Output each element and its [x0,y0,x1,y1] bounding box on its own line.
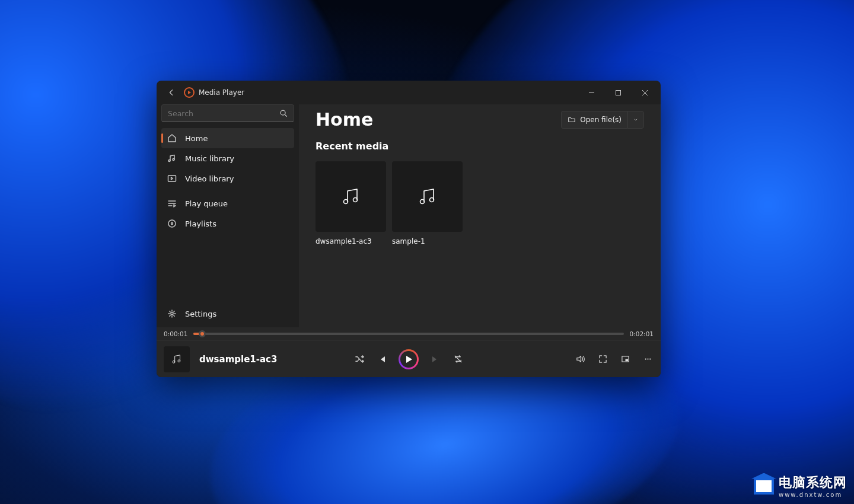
home-icon [167,133,177,143]
now-playing-thumbnail[interactable] [164,346,190,372]
media-thumbnail [316,161,386,232]
music-note-icon [339,185,363,209]
minimize-button[interactable] [578,83,605,102]
playlists-icon [167,219,177,228]
watermark-main: 电脑系统网 [779,474,847,492]
watermark-sub: www.dnxtw.com [779,492,847,498]
sidebar-item-label: Home [185,134,208,143]
sidebar-item-home[interactable]: Home [161,128,294,148]
watermark-logo [754,478,774,495]
app-icon [184,87,195,98]
recent-media-heading: Recent media [316,141,644,152]
sidebar-item-playlists[interactable]: Playlists [161,213,294,234]
titlebar: Media Player [157,81,661,104]
svg-point-17 [647,358,648,359]
play-button[interactable] [399,349,419,369]
duration-time: 0:02:01 [630,330,654,337]
mini-player-button[interactable] [619,353,631,365]
svg-point-6 [171,223,173,225]
media-label: sample-1 [392,237,463,245]
recent-media-grid: dwsample1-ac3 sample-1 [316,161,644,245]
maximize-button[interactable] [605,83,632,102]
svg-rect-0 [616,90,621,95]
sidebar-item-label: Video library [185,174,234,183]
folder-icon [568,116,576,124]
svg-point-2 [168,160,170,162]
volume-button[interactable] [574,353,586,365]
media-card[interactable]: dwsample1-ac3 [316,161,386,245]
watermark: 电脑系统网 www.dnxtw.com [754,474,847,498]
media-label: dwsample1-ac3 [316,237,386,245]
sidebar-item-play-queue[interactable]: Play queue [161,193,294,213]
open-files-group: Open file(s) [561,111,644,129]
open-files-button[interactable]: Open file(s) [561,111,627,129]
now-playing-bar: dwsample1-ac3 [157,340,661,377]
progress-bar-row: 0:00:01 0:02:01 [157,327,661,340]
svg-point-7 [171,312,173,315]
close-button[interactable] [632,83,658,102]
next-button[interactable] [429,353,441,365]
page-title: Home [316,109,373,130]
svg-point-1 [281,110,285,115]
gear-icon [167,309,177,318]
shuffle-button[interactable] [353,353,365,365]
search-input[interactable] [168,109,279,118]
play-icon [406,355,413,363]
elapsed-time: 0:00:01 [164,330,187,337]
sidebar-item-label: Playlists [185,219,216,228]
content-area: Home Open file(s) Recent media [299,104,661,327]
media-player-window: Media Player [157,81,661,377]
svg-rect-15 [625,359,628,362]
sidebar-item-settings[interactable]: Settings [161,304,294,324]
music-note-icon [170,353,183,366]
app-title: Media Player [199,88,244,97]
svg-point-18 [649,358,651,359]
open-files-dropdown[interactable] [627,111,644,129]
chevron-down-icon [634,117,638,123]
back-button[interactable] [162,84,180,101]
sidebar-item-label: Music library [185,154,234,163]
svg-point-16 [645,358,646,359]
music-note-icon [416,185,439,209]
now-playing-title: dwsample1-ac3 [199,354,277,365]
repeat-button[interactable] [452,353,464,365]
video-library-icon [167,174,177,183]
fullscreen-button[interactable] [597,353,608,365]
svg-point-5 [168,220,176,227]
sidebar-item-video-library[interactable]: Video library [161,168,294,189]
sidebar-item-label: Play queue [185,199,228,208]
sidebar-item-music-library[interactable]: Music library [161,148,294,168]
open-files-label: Open file(s) [580,116,622,124]
seek-slider[interactable] [193,333,623,335]
search-box[interactable] [161,104,294,122]
now-playing-right [574,353,654,365]
more-button[interactable] [642,353,654,365]
music-library-icon [167,154,177,163]
sidebar: Home Music library Video library Play qu [157,104,299,327]
previous-button[interactable] [376,353,388,365]
svg-rect-4 [168,176,176,181]
svg-point-3 [173,159,174,161]
search-icon [279,109,288,117]
window-controls [578,83,658,102]
seek-handle[interactable] [199,330,206,337]
media-card[interactable]: sample-1 [392,161,463,245]
media-thumbnail [392,161,463,232]
playback-controls [353,349,464,369]
sidebar-item-label: Settings [185,310,216,318]
queue-icon [167,199,177,208]
